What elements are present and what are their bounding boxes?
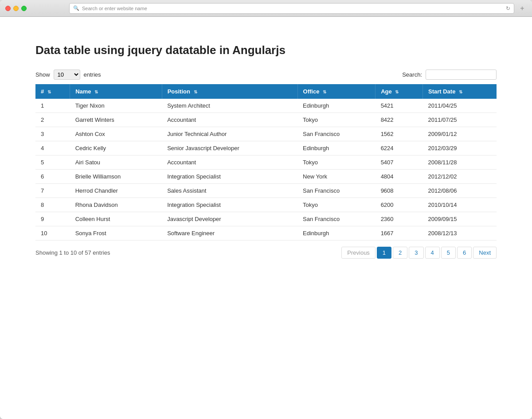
cell-start_date: 2012/12/02 — [422, 170, 497, 184]
search-icon: 🔍 — [73, 5, 79, 11]
cell-office: Edinburgh — [297, 141, 376, 155]
cell-age: 6224 — [376, 141, 423, 155]
cell-position: Accountant — [162, 113, 297, 127]
table-row: 4Cedric KellySenior Javascript Developer… — [35, 141, 497, 155]
table-row: 7Herrod ChandlerSales AssistantSan Franc… — [35, 184, 497, 198]
search-label: Search: — [402, 71, 422, 78]
cell-age: 1667 — [376, 226, 423, 241]
close-button[interactable] — [5, 6, 11, 11]
table-row: 3Ashton CoxJunior Technical AuthorSan Fr… — [35, 127, 497, 141]
cell-name: Airi Satou — [70, 155, 162, 170]
search-input[interactable] — [426, 70, 497, 80]
cell-office: San Francisco — [297, 184, 376, 198]
cell-start_date: 2008/12/13 — [422, 226, 497, 241]
cell-start_date: 2011/07/25 — [422, 113, 497, 127]
col-header-start-date[interactable]: Start Date ⇅ — [422, 84, 497, 99]
cell-office: San Francisco — [297, 212, 376, 226]
table-header-row: # ⇅ Name ⇅ Position ⇅ Office ⇅ — [35, 84, 497, 99]
cell-position: Junior Technical Author — [162, 127, 297, 141]
sort-icon-position: ⇅ — [194, 89, 197, 94]
new-tab-button[interactable]: + — [518, 4, 527, 13]
page-button-1[interactable]: 1 — [377, 247, 391, 259]
cell-age: 6200 — [376, 198, 423, 212]
cell-num: 4 — [35, 141, 70, 155]
cell-num: 10 — [35, 226, 70, 241]
cell-start_date: 2009/01/12 — [422, 127, 497, 141]
show-entries-control: Show 10 25 50 100 entries — [35, 70, 101, 80]
sort-icon-office: ⇅ — [323, 89, 326, 94]
address-bar-text: Search or enter website name — [82, 6, 147, 11]
cell-num: 6 — [35, 170, 70, 184]
sort-icon-name: ⇅ — [94, 89, 98, 94]
cell-position: Software Engineer — [162, 226, 297, 241]
previous-button[interactable]: Previous — [341, 247, 376, 259]
col-header-position[interactable]: Position ⇅ — [162, 84, 297, 99]
browser-window: 🔍 Search or enter website name ↻ + Data … — [0, 0, 532, 419]
cell-name: Rhona Davidson — [70, 198, 162, 212]
page-button-3[interactable]: 3 — [409, 247, 423, 259]
page-content: Data table using jquery datatable in Ang… — [0, 17, 532, 419]
cell-position: Accountant — [162, 155, 297, 170]
table-row: 9Colleen HurstJavascript DeveloperSan Fr… — [35, 212, 497, 226]
data-table: # ⇅ Name ⇅ Position ⇅ Office ⇅ — [35, 84, 497, 241]
cell-num: 2 — [35, 113, 70, 127]
col-header-name[interactable]: Name ⇅ — [70, 84, 162, 99]
next-button[interactable]: Next — [473, 247, 497, 259]
sort-icon-age: ⇅ — [395, 89, 399, 94]
entries-label: entries — [84, 71, 101, 78]
sort-icon-num: ⇅ — [47, 89, 51, 94]
refresh-icon[interactable]: ↻ — [506, 5, 510, 12]
cell-name: Cedric Kelly — [70, 141, 162, 155]
cell-name: Brielle Williamson — [70, 170, 162, 184]
cell-name: Sonya Frost — [70, 226, 162, 241]
sort-icon-start-date: ⇅ — [459, 89, 462, 94]
cell-name: Tiger Nixon — [70, 99, 162, 113]
cell-position: Javascript Developer — [162, 212, 297, 226]
browser-toolbar: 🔍 Search or enter website name ↻ + — [0, 0, 532, 17]
cell-age: 8422 — [376, 113, 423, 127]
cell-office: Edinburgh — [297, 99, 376, 113]
cell-name: Herrod Chandler — [70, 184, 162, 198]
cell-office: Tokyo — [297, 198, 376, 212]
page-button-4[interactable]: 4 — [425, 247, 440, 259]
cell-start_date: 2011/04/25 — [422, 99, 497, 113]
cell-position: Senior Javascript Developer — [162, 141, 297, 155]
minimize-button[interactable] — [13, 6, 19, 11]
cell-position: System Architect — [162, 99, 297, 113]
table-row: 10Sonya FrostSoftware EngineerEdinburgh1… — [35, 226, 497, 241]
address-bar[interactable]: 🔍 Search or enter website name ↻ — [69, 3, 514, 14]
page-button-5[interactable]: 5 — [441, 247, 456, 259]
cell-office: Tokyo — [297, 155, 376, 170]
pagination: Previous 1 2 3 4 5 6 Next — [341, 247, 497, 259]
col-header-age[interactable]: Age ⇅ — [376, 84, 423, 99]
cell-start_date: 2009/09/15 — [422, 212, 497, 226]
cell-start_date: 2010/10/14 — [422, 198, 497, 212]
showing-text: Showing 1 to 10 of 57 entries — [35, 249, 110, 256]
page-title: Data table using jquery datatable in Ang… — [35, 43, 497, 57]
cell-num: 7 — [35, 184, 70, 198]
col-header-num[interactable]: # ⇅ — [35, 84, 70, 99]
col-header-office[interactable]: Office ⇅ — [297, 84, 376, 99]
cell-name: Ashton Cox — [70, 127, 162, 141]
page-button-2[interactable]: 2 — [393, 247, 407, 259]
table-row: 5Airi SatouAccountantTokyo54072008/11/28 — [35, 155, 497, 170]
page-button-6[interactable]: 6 — [457, 247, 472, 259]
cell-num: 3 — [35, 127, 70, 141]
cell-office: San Francisco — [297, 127, 376, 141]
table-row: 1Tiger NixonSystem ArchitectEdinburgh542… — [35, 99, 497, 113]
cell-age: 9608 — [376, 184, 423, 198]
cell-age: 5407 — [376, 155, 423, 170]
cell-num: 9 — [35, 212, 70, 226]
cell-position: Integration Specialist — [162, 170, 297, 184]
cell-age: 4804 — [376, 170, 423, 184]
cell-start_date: 2008/11/28 — [422, 155, 497, 170]
table-row: 6Brielle WilliamsonIntegration Specialis… — [35, 170, 497, 184]
maximize-button[interactable] — [21, 6, 27, 11]
show-label: Show — [35, 71, 50, 78]
search-control: Search: — [402, 70, 497, 80]
cell-office: Tokyo — [297, 113, 376, 127]
entries-select[interactable]: 10 25 50 100 — [54, 70, 80, 80]
cell-name: Colleen Hurst — [70, 212, 162, 226]
traffic-lights — [5, 6, 27, 11]
cell-office: Edinburgh — [297, 226, 376, 241]
